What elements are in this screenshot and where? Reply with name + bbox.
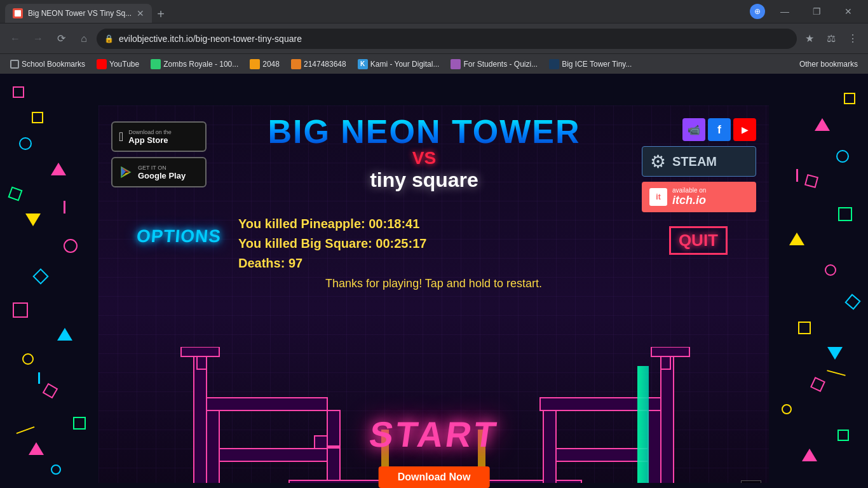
download-bar: Download Now: [0, 483, 868, 488]
tab-favicon: [13, 8, 23, 18]
deco-shape: [17, 426, 35, 434]
address-bar[interactable]: 🔒 evilobjective.itch.io/big-neon-tower-t…: [97, 29, 797, 49]
close-window-button[interactable]: ✕: [834, 0, 863, 23]
deco-shape: [64, 201, 65, 214]
stats-panel: You killed Pineapple: 00:18:41 You kille…: [238, 217, 629, 292]
deco-shape: [798, 322, 811, 334]
deco-shape: [836, 150, 849, 163]
svg-rect-4: [327, 410, 340, 488]
deco-shape: [827, 347, 843, 360]
steam-button[interactable]: ⚙ STEAM: [642, 146, 756, 177]
maximize-button[interactable]: ❐: [802, 0, 831, 23]
title-bar: Big NEON Tower VS Tiny Sq... ✕ + ⊕ — ❐ ✕: [0, 0, 868, 23]
appstore-name: App Store: [128, 135, 172, 145]
minimize-button[interactable]: —: [770, 0, 799, 23]
tab-close-button[interactable]: ✕: [137, 8, 144, 18]
googleplay-icon: [119, 165, 133, 179]
googleplay-button[interactable]: GET IT ON Google Play: [111, 157, 207, 187]
deco-shape: [51, 163, 66, 175]
tab-area: Big NEON Tower VS Tiny Sq... ✕ +: [5, 0, 745, 23]
deco-shape: [13, 86, 24, 98]
download-button[interactable]: Download Now: [379, 466, 490, 488]
store-buttons-right: 📹 f ▶ ⚙ STEAM it: [642, 118, 756, 212]
back-button[interactable]: ←: [5, 29, 25, 49]
deco-shape: [838, 207, 852, 221]
bookmark-star-button[interactable]: ★: [799, 29, 820, 49]
kami-favicon: K: [358, 59, 368, 69]
deco-shape: [815, 118, 830, 131]
svg-rect-16: [661, 356, 670, 369]
svg-rect-2: [207, 410, 219, 488]
itchio-avail: available on: [672, 187, 706, 194]
url-text: evilobjective.itch.io/big-neon-tower-tin…: [119, 34, 789, 44]
googleplay-sub: GET IT ON: [138, 165, 186, 171]
deco-shape: [827, 370, 845, 376]
menu-button[interactable]: ⋮: [843, 29, 863, 49]
svg-rect-8: [327, 445, 340, 449]
game-title-part2: tiny square: [370, 168, 478, 192]
options-button[interactable]: OPTIONS: [136, 226, 222, 247]
bookmark-2048[interactable]: 2048: [245, 57, 285, 72]
deco-shape: [810, 377, 825, 392]
twitch-button[interactable]: 📹: [682, 118, 705, 141]
game-title: BIG NEON TOWER VS tiny square: [207, 112, 642, 192]
new-tab-button[interactable]: +: [152, 5, 170, 23]
window-controls: — ❐ ✕: [770, 0, 863, 23]
svg-rect-6: [197, 356, 207, 369]
bookmark-zombs-label: Zombs Royale - 100...: [163, 60, 238, 69]
start-button[interactable]: START: [367, 414, 501, 455]
bookmark-kami-label: Kami - Your Digital...: [370, 60, 440, 69]
appstore-button[interactable]:  Download on the App Store: [111, 121, 207, 152]
googleplay-name: Google Play: [138, 171, 186, 180]
bookmark-other-label: Other bookmarks: [799, 60, 858, 69]
stat-line-2: You killed Big Square: 00:25:17: [238, 236, 629, 251]
youtube-button[interactable]: ▶: [733, 118, 756, 141]
game-title-part1: BIG NEON TOWER: [268, 115, 580, 148]
extensions-button[interactable]: ⚖: [821, 29, 841, 49]
bookmarks-bar: School Bookmarks YouTube Zombs Royale - …: [0, 53, 868, 74]
deco-shape: [844, 93, 855, 104]
2048-favicon: [250, 59, 260, 69]
bookmark-ice-label: Big ICE Tower Tiny...: [562, 60, 632, 69]
deco-shape: [825, 264, 836, 276]
bookmark-school[interactable]: School Bookmarks: [5, 57, 90, 72]
deco-shape: [38, 372, 40, 384]
appstore-text: Download on the App Store: [128, 129, 172, 145]
facebook-button[interactable]: f: [708, 118, 731, 141]
nav-actions: ★ ⚖ ⋮: [799, 29, 863, 49]
deco-shape: [25, 214, 41, 226]
bookmark-quiz[interactable]: For Students - Quizi...: [445, 57, 543, 72]
svg-rect-3: [219, 449, 327, 461]
navigation-bar: ← → ⟳ ⌂ 🔒 evilobjective.itch.io/big-neon…: [0, 23, 868, 53]
svg-rect-1: [207, 398, 327, 410]
bookmark-other[interactable]: Other bookmarks: [794, 57, 863, 72]
forward-button[interactable]: →: [28, 29, 48, 49]
deco-shape: [796, 169, 798, 182]
bookmark-youtube[interactable]: YouTube: [92, 57, 144, 72]
steam-icon: ⚙: [650, 151, 666, 172]
deco-shape: [32, 268, 48, 284]
deco-shape: [804, 174, 818, 188]
twitch-icon: 📹: [688, 124, 700, 136]
bookmark-num[interactable]: 2147483648: [286, 57, 351, 72]
quit-button[interactable]: QUIT: [669, 226, 728, 255]
deco-shape: [789, 233, 804, 245]
stat-line-1: You killed Pineapple: 00:18:41: [238, 217, 629, 231]
deco-shape: [64, 239, 78, 253]
bookmark-zombs[interactable]: Zombs Royale - 100...: [146, 57, 243, 72]
deco-shape: [43, 383, 58, 399]
bookmark-2048-label: 2048: [262, 60, 280, 69]
svg-rect-14: [543, 410, 556, 488]
bookmark-ice[interactable]: Big ICE Tower Tiny...: [544, 57, 637, 72]
reload-button[interactable]: ⟳: [51, 29, 71, 49]
deco-shape: [802, 449, 817, 461]
home-button[interactable]: ⌂: [74, 29, 94, 49]
bookmark-kami[interactable]: K Kami - Your Digital...: [353, 57, 445, 72]
zombs-favicon: [151, 59, 161, 69]
deco-shape: [22, 353, 34, 365]
num-favicon: [291, 59, 301, 69]
svg-rect-0: [194, 353, 207, 488]
profile-button[interactable]: ⊕: [750, 4, 765, 19]
game-vs-text: VS: [412, 148, 436, 168]
active-tab[interactable]: Big NEON Tower VS Tiny Sq... ✕: [5, 4, 152, 23]
